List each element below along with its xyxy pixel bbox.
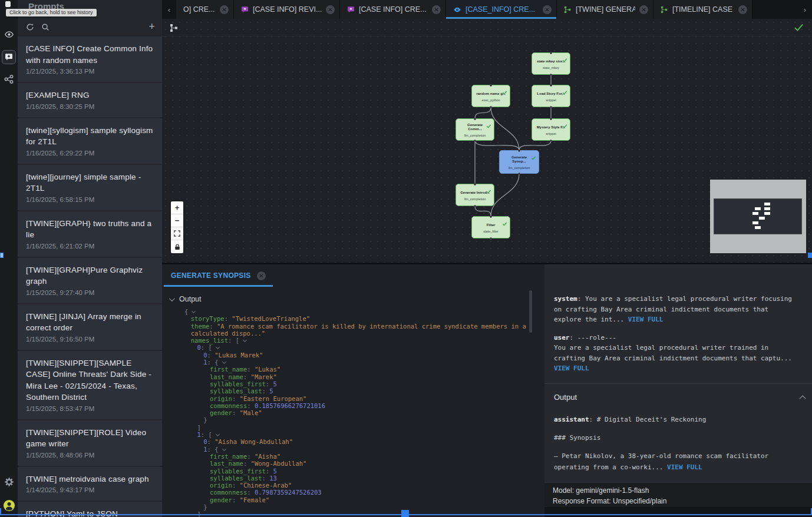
node-handle-top[interactable] bbox=[550, 84, 552, 87]
node-handle-top[interactable] bbox=[474, 118, 476, 120]
prompt-timestamp: 1/15/2025, 8:53:47 PM bbox=[26, 405, 156, 413]
minimap[interactable] bbox=[710, 180, 806, 253]
output-section-toggle[interactable]: Output bbox=[169, 295, 202, 303]
json-line: last_name: "Marek" bbox=[210, 373, 540, 380]
graph-green-icon bbox=[661, 6, 668, 14]
node-handle-bottom[interactable] bbox=[550, 106, 552, 108]
zoom-in-button[interactable]: + bbox=[171, 201, 183, 214]
json-line: theme: "A romance scam facilitator is ki… bbox=[191, 323, 540, 330]
tabs-scroll-right[interactable]: › bbox=[798, 0, 812, 19]
node-handle-top[interactable] bbox=[518, 150, 520, 152]
scrollbar-thumb[interactable] bbox=[529, 290, 532, 333]
tab--twine-generat-[interactable]: [TWINE] GENERAT...✕ bbox=[557, 0, 653, 19]
json-line: origin: "Chinese-Arab" bbox=[210, 482, 540, 489]
tab-close-icon[interactable]: ✕ bbox=[326, 5, 335, 14]
list-item[interactable]: [TWINE][SNIPPET][ROLE] Video game writer… bbox=[18, 420, 162, 466]
tab-o-cre-[interactable]: O] CRE...✕ bbox=[176, 0, 234, 19]
list-item[interactable]: [TWINE][GRAPH} two truths and a lie1/16/… bbox=[18, 211, 162, 257]
node-handle-top[interactable] bbox=[550, 118, 552, 120]
graph-node[interactable]: Filterstate_filter bbox=[471, 216, 510, 238]
graph-node[interactable]: state mkey stor...state_mkey bbox=[532, 52, 570, 75]
tab-label: O] CRE... bbox=[183, 5, 214, 14]
graph-icon[interactable] bbox=[170, 24, 179, 35]
prompts-nav-button[interactable] bbox=[2, 50, 16, 64]
list-item[interactable]: [twine][syllogism] sample syllogism for … bbox=[18, 118, 162, 164]
json-output-tree[interactable]: {storyType: "TwistedLoveTriangle"theme: … bbox=[184, 308, 540, 517]
json-line: storyType: "TwistedLoveTriangle" bbox=[191, 315, 540, 322]
model-info-footer: Model: gemini/gemini-1.5-flash Response … bbox=[544, 483, 812, 507]
tab--case-info-cre-[interactable]: [CASE INFO] CRE...✕ bbox=[340, 0, 446, 19]
eye-icon[interactable] bbox=[0, 31, 18, 38]
tab-close-icon[interactable]: ✕ bbox=[543, 5, 552, 14]
graph-node[interactable]: Generate Introd...llm_completion bbox=[455, 184, 494, 206]
tab-generate-synopsis[interactable]: GENERATE SYNOPSIS ✕ bbox=[164, 264, 273, 287]
close-icon[interactable]: ✕ bbox=[257, 271, 266, 280]
tab-close-icon[interactable]: ✕ bbox=[220, 5, 229, 14]
minimap-node bbox=[764, 203, 770, 206]
list-item[interactable]: [twine][journey] simple sample - 2T1L1/1… bbox=[18, 165, 162, 210]
back-icon[interactable] bbox=[5, 1, 11, 7]
node-handle-bottom[interactable] bbox=[518, 173, 520, 175]
inspector-output-header[interactable]: Output bbox=[554, 393, 804, 402]
node-handle-top[interactable] bbox=[550, 52, 552, 54]
add-prompt-button[interactable]: + bbox=[148, 21, 155, 33]
list-item[interactable]: [EXAMPLE] RNG1/16/2025, 8:30:25 PM bbox=[18, 83, 162, 117]
json-line: names_list: [ bbox=[191, 337, 540, 344]
tabs-scroll-left[interactable]: ‹ bbox=[162, 0, 176, 19]
prompt-purple-icon bbox=[241, 6, 249, 14]
search-icon[interactable] bbox=[41, 23, 49, 34]
settings-gear-icon[interactable] bbox=[0, 477, 18, 487]
list-item[interactable]: [CASE INFO] Create Common Info with rand… bbox=[18, 37, 162, 82]
tab-close-icon[interactable]: ✕ bbox=[738, 5, 747, 14]
node-check-icon bbox=[531, 152, 536, 163]
refresh-icon[interactable] bbox=[26, 23, 34, 34]
node-handle-bottom[interactable] bbox=[550, 74, 552, 76]
view-full-link[interactable]: VIEW FULL bbox=[628, 316, 664, 323]
output-section-label: Output bbox=[179, 295, 202, 303]
list-item[interactable]: [TWINE] [JINJA] Array merge in correct o… bbox=[18, 304, 162, 350]
left-edge-handle bbox=[0, 253, 4, 258]
graph-node[interactable]: Load Story For...snippet bbox=[532, 85, 570, 107]
resize-handle[interactable] bbox=[401, 510, 409, 517]
node-title: state mkey stor... bbox=[537, 59, 566, 64]
tab--timeline-case-[interactable]: [TIMELINE] CASE ...✕ bbox=[653, 0, 752, 19]
graph-node[interactable]: Generate Synop...llm_completion bbox=[499, 150, 539, 174]
node-subtitle: state_mkey bbox=[543, 66, 559, 69]
graph-node[interactable]: Generate Comm...llm_completion bbox=[455, 118, 494, 141]
user-avatar[interactable] bbox=[0, 499, 18, 512]
node-check-icon bbox=[562, 120, 567, 131]
node-title: Load Story For... bbox=[537, 92, 565, 96]
lock-button[interactable] bbox=[171, 240, 183, 253]
bottom-tab-label: GENERATE SYNOPSIS bbox=[171, 271, 251, 280]
node-title: random name g... bbox=[476, 92, 506, 96]
node-handle-bottom[interactable] bbox=[474, 140, 476, 142]
node-handle-top[interactable] bbox=[490, 84, 492, 87]
view-full-link[interactable]: VIEW FULL bbox=[667, 463, 702, 471]
graph-node[interactable]: Mystery Style F...snippet bbox=[532, 118, 570, 141]
node-handle-bottom[interactable] bbox=[490, 237, 492, 240]
tab-close-icon[interactable]: ✕ bbox=[432, 5, 441, 14]
tab--case-info-revi-[interactable]: [CASE INFO] REVI...✕ bbox=[234, 0, 340, 19]
list-item[interactable]: [TWINE][SNIPPET][SAMPLE CASE] Online Thr… bbox=[18, 351, 162, 419]
tab--case-info-cre-[interactable]: [CASE_INFO] CRE...✕ bbox=[446, 0, 557, 19]
graph-canvas[interactable]: state mkey stor...state_mkeyrandom name … bbox=[162, 19, 812, 263]
footer-sub-area bbox=[544, 507, 812, 517]
node-handle-bottom[interactable] bbox=[490, 106, 492, 108]
node-handle-top[interactable] bbox=[474, 183, 476, 185]
workflow-icon[interactable] bbox=[0, 75, 18, 84]
node-handle-bottom[interactable] bbox=[474, 205, 476, 207]
prompt-messages: system: You are a specialist legal proce… bbox=[554, 294, 804, 382]
node-check-icon bbox=[502, 218, 507, 228]
list-item[interactable]: [TWINE][GRAPH]Pure Graphviz graph1/15/20… bbox=[18, 258, 162, 303]
view-full-link[interactable]: VIEW FULL bbox=[554, 364, 589, 372]
json-line: 1: { bbox=[203, 359, 540, 366]
fit-view-button[interactable] bbox=[171, 227, 183, 240]
tab-close-icon[interactable]: ✕ bbox=[639, 5, 648, 14]
list-item[interactable]: [TWINE] metroidvania case graph1/14/2025… bbox=[18, 467, 162, 501]
prompt-timestamp: 1/15/2025, 9:16:50 PM bbox=[26, 335, 156, 344]
node-title: Generate Synop... bbox=[504, 155, 534, 164]
zoom-out-button[interactable]: − bbox=[171, 214, 183, 227]
node-handle-top[interactable] bbox=[490, 216, 492, 218]
node-handle-bottom[interactable] bbox=[550, 140, 552, 142]
graph-node[interactable]: random name g...exec_python bbox=[471, 85, 510, 107]
